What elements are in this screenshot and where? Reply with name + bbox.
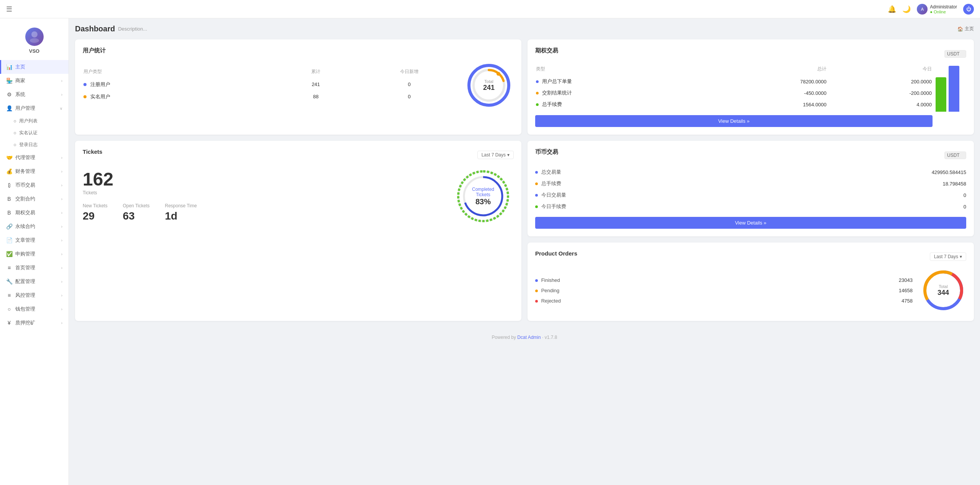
user-name: Administrator [930,4,957,10]
sidebar-sub-item-real-name[interactable]: 实名认证 [0,127,69,139]
sub-dot-icon [14,120,16,122]
sidebar-item-article[interactable]: 📄 文章管理 › [0,233,69,247]
futures-today-2: 4.0000 [827,99,932,110]
futures-row-1: 交割结果统计 -450.0000 -200.0000 [536,88,932,98]
product-orders-donut: Total 344 [920,267,966,313]
svg-point-1 [30,38,39,43]
sidebar-item-mining[interactable]: ¥ 质押挖矿 › [0,316,69,330]
coin-trading-currency-select[interactable]: USDT [944,151,966,159]
tickets-circular-value: 83% [468,197,498,206]
power-button[interactable]: ⏻ [963,4,974,15]
col-header-new: 今日新增 [363,68,456,78]
chevron-right-icon3: › [61,156,62,160]
sidebar-item-system[interactable]: ⚙ 系统 › [0,88,69,101]
sidebar-item-risk[interactable]: ≡ 风控管理 › [0,288,69,302]
coin-trading-title: 币币交易 [535,148,558,156]
tickets-stat-response-label: Response Time [165,203,197,208]
sidebar-item-options[interactable]: B 期权交易 › [0,206,69,220]
futures-col-today: 今日 [827,66,932,75]
user-type-0: 注册用户 [83,79,269,90]
product-order-row-1: Pending 14658 [535,285,913,296]
product-orders-filter-label: Last 7 Days [934,254,958,259]
product-orders-card: Product Orders Last 7 Days ▾ Finished [528,242,974,321]
options-icon: B [6,210,12,216]
sidebar-item-user-mgmt-label: 用户管理 [15,105,60,112]
dot-blue-coin-icon2 [535,194,538,197]
futures-row-2: 总手续费 1564.0000 4.0000 [536,99,932,110]
notification-icon[interactable]: 🔔 [888,5,896,13]
sidebar-item-wallet-label: 钱包管理 [15,306,61,312]
svg-point-6 [497,72,500,76]
tickets-filter-btn[interactable]: Last 7 Days ▾ [477,151,514,159]
user-info: A Administrator ● Online [917,4,957,15]
futures-view-details-button[interactable]: View Details » [535,115,933,127]
coin-row-1: 总手续费 18.798458 [535,178,966,189]
user-row-0: 注册用户 241 0 [83,79,456,90]
breadcrumb: 🏠 主页 [957,26,974,32]
sidebar-item-options-label: 期权交易 [15,209,61,216]
sidebar-item-user-mgmt[interactable]: 👤 用户管理 ∨ [0,101,69,115]
tickets-total-label: Tickets [83,190,445,195]
sidebar-item-home-mgmt[interactable]: ≡ 首页管理 › [0,261,69,275]
futures-currency-select[interactable]: USDT [944,50,966,58]
chevron-right-icon9: › [61,238,62,242]
chevron-right-icon12: › [61,280,62,284]
sidebar-sub-item-user-list[interactable]: 用户列表 [0,115,69,127]
user-type-1: 实名用户 [83,91,269,103]
sidebar-item-config[interactable]: 🔧 配置管理 › [0,275,69,288]
sidebar-item-perpetual[interactable]: 🔗 永续合约 › [0,220,69,233]
chevron-right-icon5: › [61,183,62,187]
chevron-right-icon4: › [61,169,62,174]
agent-icon: 🤝 [6,155,12,161]
futures-row-0: 用户总下单量 78200.0000 200.0000 [536,76,932,87]
chevron-right-icon15: › [61,321,62,325]
tickets-stat-new-label: New Tickets [83,203,108,208]
tickets-total-num: 162 [83,170,445,189]
footer-link[interactable]: Dcat Admin [517,335,541,340]
futures-card-header: 期权交易 USDT [535,47,966,60]
sidebar-item-delivery[interactable]: B 交割合约 › [0,192,69,206]
futures-table: 类型 总计 今日 用户总下单量 [535,65,933,111]
futures-total-0: 78200.0000 [704,76,826,87]
topbar: ☰ 🔔 🌙 A Administrator ● Online ⏻ [0,0,980,18]
sidebar-item-system-label: 系统 [15,91,61,98]
sidebar-item-agent-label: 代理管理 [15,154,61,161]
product-orders-filter-btn[interactable]: Last 7 Days ▾ [930,252,966,261]
sidebar-item-finance[interactable]: 💰 财务管理 › [0,164,69,178]
user-stats-card: 用户统计 用户类型 累计 今日新增 [75,39,521,135]
sidebar-item-home[interactable]: 📊 主页 [0,60,69,74]
dot-blue-sm-icon [536,80,539,83]
futures-total-2: 1564.0000 [704,99,826,110]
wallet-icon: ○ [6,306,12,312]
sub-item-login-log-label: 登录日志 [19,142,38,148]
sidebar-item-home-label: 主页 [15,63,62,70]
product-orders-list: Finished 23043 Pending 14658 [535,275,913,306]
home-icon: 📊 [6,64,12,70]
sidebar-item-apply[interactable]: ✅ 申购管理 › [0,247,69,261]
user-stats-title: 用户统计 [83,47,514,54]
page-header: Dashboard Description... 🏠 主页 [75,24,974,33]
apply-icon: ✅ [6,251,12,257]
user-total-1: 88 [270,91,362,103]
sub-dot-icon2 [14,132,16,134]
product-orders-title: Product Orders [535,250,577,257]
right-cards-column: 币币交易 USDT 总交易量 429950.584415 [528,141,974,321]
tickets-card: Tickets Last 7 Days ▾ 162 Tickets New Ti… [75,141,521,321]
sidebar-item-agent[interactable]: 🤝 代理管理 › [0,151,69,164]
user-new-1: 0 [363,91,456,103]
tickets-circular-progress: Completed Tickets 83% [452,166,514,227]
futures-col-total: 总计 [704,66,826,75]
coin-trade-icon: ₿ [6,182,12,188]
sidebar-item-merchant[interactable]: 🏪 商家 › [0,74,69,88]
product-orders-donut-value: 344 [938,289,949,297]
menu-icon[interactable]: ☰ [6,5,12,13]
product-filter-chevron-icon: ▾ [960,254,962,259]
product-orders-inner: Finished 23043 Pending 14658 [535,267,966,313]
dark-mode-icon[interactable]: 🌙 [902,5,911,13]
sidebar-sub-item-login-log[interactable]: 登录日志 [0,139,69,151]
breadcrumb-home-icon: 🏠 [957,26,963,32]
sidebar-item-coin-trade[interactable]: ₿ 币币交易 › [0,178,69,192]
sidebar-item-wallet[interactable]: ○ 钱包管理 › [0,302,69,316]
dot-blue-order-icon [535,279,538,282]
coin-trading-view-details-button[interactable]: View Details » [535,217,966,229]
